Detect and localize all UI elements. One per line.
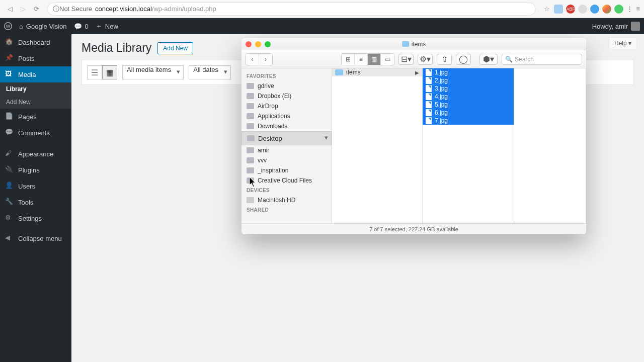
sidebar-item-desktop[interactable]: Desktop	[242, 131, 332, 145]
finder-window: items ‹ › ⊞ ≡ ▥ ▭ ⊟▾ ⚙▾ ⇧ ◯ ⬢▾ 🔍Search F…	[242, 38, 586, 234]
sidebar-item-vvv[interactable]: vvv	[242, 155, 332, 165]
collapse-menu[interactable]: ◀Collapse menu	[0, 230, 71, 246]
list-view-button[interactable]: ≡	[355, 54, 368, 65]
media-icon: 🖼	[5, 70, 14, 79]
grid-view-button[interactable]: ▦	[102, 65, 117, 79]
file-row[interactable]: 7.jpg	[423, 117, 514, 125]
ext-icon[interactable]: ⋮	[626, 5, 633, 13]
reload-button[interactable]: ⟳	[30, 3, 42, 15]
menu-appearance[interactable]: 🖌Appearance	[0, 146, 71, 162]
folder-icon	[247, 123, 254, 129]
add-new-button[interactable]: Add New	[157, 42, 193, 54]
folder-icon	[335, 69, 343, 75]
sidebar-item-amir[interactable]: amir	[242, 145, 332, 155]
nav-back-button[interactable]: ‹	[246, 54, 259, 65]
folder-icon	[247, 135, 255, 141]
menu-users[interactable]: 👤Users	[0, 178, 71, 194]
filter-type-select[interactable]: All media items	[122, 65, 184, 79]
menu-icon[interactable]: ≡	[636, 5, 640, 13]
menu-dashboard[interactable]: 🏠Dashboard	[0, 34, 71, 50]
forward-button[interactable]: ▷	[17, 3, 29, 15]
ext-icon[interactable]: ABP	[566, 5, 575, 14]
menu-posts[interactable]: 📌Posts	[0, 50, 71, 66]
file-icon	[426, 117, 432, 124]
menu-tools[interactable]: 🔧Tools	[0, 194, 71, 210]
search-icon: 🔍	[505, 56, 513, 63]
file-row[interactable]: 5.jpg	[423, 101, 514, 109]
finder-titlebar[interactable]: items	[242, 38, 586, 50]
security-indicator: ⓘ Not Secure	[53, 5, 92, 14]
user-menu[interactable]: Howdy, amir	[592, 22, 640, 31]
view-buttons: ⊞ ≡ ▥ ▭	[341, 53, 394, 65]
file-row[interactable]: 4.jpg	[423, 93, 514, 101]
file-icon	[426, 93, 432, 100]
zoom-icon[interactable]	[265, 41, 271, 47]
ext-icon[interactable]	[602, 5, 611, 14]
submenu-addnew[interactable]: Add New	[0, 96, 71, 109]
ext-icon[interactable]	[590, 5, 599, 14]
minimize-icon[interactable]	[255, 41, 261, 47]
url-host: concept.vision.local	[95, 5, 152, 13]
view-toggle: ☰ ▦	[87, 65, 117, 79]
icon-view-button[interactable]: ⊞	[342, 54, 355, 65]
menu-comments[interactable]: 💬Comments	[0, 125, 71, 141]
file-row[interactable]: 6.jpg	[423, 109, 514, 117]
gallery-view-button[interactable]: ▭	[381, 54, 394, 65]
media-submenu: Library Add New	[0, 82, 71, 109]
action-button[interactable]: ⚙▾	[418, 54, 433, 65]
sidebar-item-downloads[interactable]: Downloads	[242, 121, 332, 131]
menu-plugins[interactable]: 🔌Plugins	[0, 162, 71, 178]
menu-settings[interactable]: ⚙Settings	[0, 210, 71, 226]
help-tab[interactable]: Help ▾	[609, 37, 637, 49]
submenu-library[interactable]: Library	[0, 82, 71, 96]
sidebar-item-dropbox-el-[interactable]: Dropbox (El)	[242, 91, 332, 101]
menu-media[interactable]: 🖼Media	[0, 66, 71, 82]
page-icon: 📄	[5, 112, 14, 121]
close-icon[interactable]	[246, 41, 252, 47]
nav-buttons: ‹ ›	[246, 53, 273, 65]
list-view-button[interactable]: ☰	[87, 65, 102, 79]
file-icon	[426, 101, 432, 108]
wp-logo[interactable]: W	[4, 22, 12, 30]
tags-button[interactable]: ◯	[456, 54, 471, 65]
address-bar[interactable]: ⓘ Not Secure concept.vision.local/wp-adm…	[47, 3, 536, 16]
device-item[interactable]: Macintosh HD	[242, 195, 332, 205]
sidebar-item-creative-cloud-files[interactable]: Creative Cloud Files	[242, 175, 332, 186]
column-1: items▶	[332, 68, 423, 223]
ext-icon[interactable]	[578, 5, 587, 14]
comments-link[interactable]: 💬 0	[74, 23, 89, 30]
finder-title: items	[402, 41, 426, 48]
pin-icon: 📌	[5, 54, 14, 63]
folder-row[interactable]: items▶	[332, 68, 422, 76]
arrange-button[interactable]: ⊟▾	[398, 54, 414, 65]
folder-icon	[247, 103, 254, 109]
sidebar-item-applications[interactable]: Applications	[242, 111, 332, 121]
file-row[interactable]: 3.jpg	[423, 84, 514, 93]
sidebar-item--inspiration[interactable]: _inspiration	[242, 165, 332, 175]
new-content-link[interactable]: ＋ New	[96, 22, 118, 31]
devices-header: Devices	[242, 186, 332, 195]
settings-icon: ⚙	[5, 214, 14, 223]
back-button[interactable]: ◁	[4, 3, 16, 15]
wrench-icon: 🔧	[5, 198, 14, 207]
filter-date-select[interactable]: All dates	[189, 65, 231, 79]
nav-fwd-button[interactable]: ›	[259, 54, 272, 65]
share-button[interactable]: ⇧	[437, 54, 452, 65]
column-view-button[interactable]: ▥	[368, 54, 381, 65]
finder-search[interactable]: 🔍Search	[502, 54, 582, 65]
menu-pages[interactable]: 📄Pages	[0, 109, 71, 125]
sidebar-item-gdrive[interactable]: gdrive	[242, 81, 332, 91]
dropbox-button[interactable]: ⬢▾	[479, 54, 498, 65]
browser-toolbar: ◁ ▷ ⟳ ⓘ Not Secure concept.vision.local/…	[0, 0, 644, 18]
column-2: 1.jpg2.jpg3.jpg4.jpg5.jpg6.jpg7.jpg	[423, 68, 514, 223]
finder-columns: items▶ 1.jpg2.jpg3.jpg4.jpg5.jpg6.jpg7.j…	[332, 68, 586, 223]
wp-admin-bar: W ⌂ Google Vision 💬 0 ＋ New Howdy, amir	[0, 18, 644, 34]
file-row[interactable]: 1.jpg	[423, 68, 514, 76]
bookmark-star-icon[interactable]: ☆	[544, 5, 550, 13]
sidebar-item-airdrop[interactable]: AirDrop	[242, 101, 332, 111]
ext-icon[interactable]	[554, 5, 563, 14]
site-name-link[interactable]: ⌂ Google Vision	[19, 23, 67, 30]
folder-icon	[402, 41, 409, 47]
ext-icon[interactable]	[614, 5, 623, 14]
file-row[interactable]: 2.jpg	[423, 76, 514, 84]
